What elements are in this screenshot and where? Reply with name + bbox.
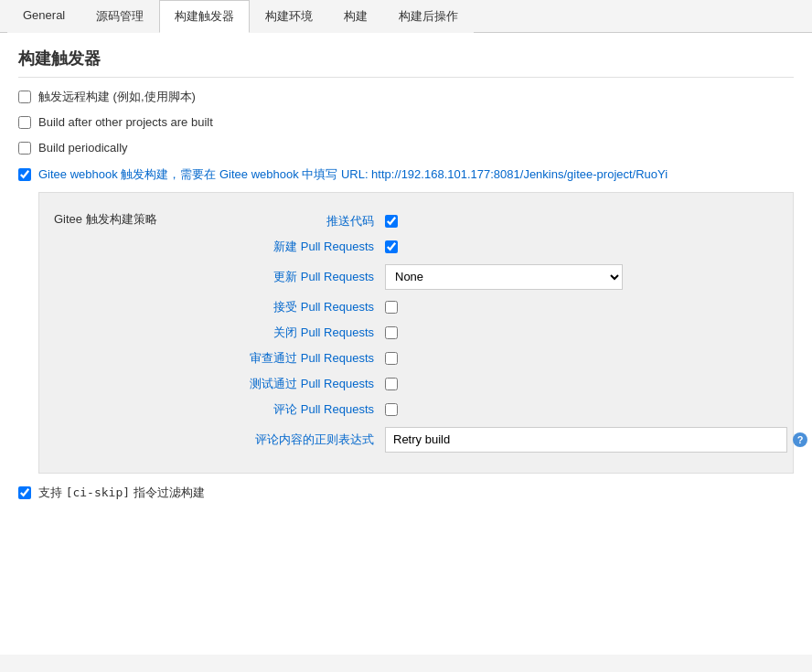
comment-regex-row: 评论内容的正则表达式 ? (191, 427, 807, 453)
accept-pr-row: 接受 Pull Requests (191, 299, 807, 315)
ci-skip-row: 支持 [ci-skip] 指令过滤构建 (18, 485, 794, 501)
after-other-checkbox[interactable] (18, 116, 31, 129)
periodically-row: Build periodically (18, 140, 794, 156)
push-code-label: 推送代码 (191, 213, 374, 229)
comment-pr-checkbox[interactable] (385, 403, 398, 416)
update-pr-label: 更新 Pull Requests (191, 269, 374, 285)
periodically-label[interactable]: Build periodically (38, 140, 128, 156)
gitee-webhook-checkbox[interactable] (18, 168, 31, 181)
tab-trigger[interactable]: 构建触发器 (159, 0, 250, 33)
close-pr-row: 关闭 Pull Requests (191, 325, 807, 341)
tab-bar: General 源码管理 构建触发器 构建环境 构建 构建后操作 (0, 0, 812, 33)
new-pr-row: 新建 Pull Requests (191, 239, 807, 255)
ci-skip-code: [ci-skip] (66, 485, 130, 499)
review-pr-row: 审查通过 Pull Requests (191, 350, 807, 367)
update-pr-row: 更新 Pull Requests None Always Not merged … (191, 264, 807, 290)
after-other-row: Build after other projects are built (18, 114, 794, 131)
after-other-label[interactable]: Build after other projects are built (38, 114, 213, 131)
tab-source[interactable]: 源码管理 (80, 0, 159, 33)
comment-regex-control: ? (385, 427, 807, 453)
test-pr-row: 测试通过 Pull Requests (191, 376, 807, 392)
test-pr-control (385, 378, 398, 390)
push-code-checkbox[interactable] (385, 215, 398, 228)
new-pr-control (385, 240, 398, 253)
remote-build-label[interactable]: 触发远程构建 (例如,使用脚本) (38, 89, 196, 105)
remote-build-row: 触发远程构建 (例如,使用脚本) (18, 89, 794, 105)
update-pr-control: None Always Not merged Merged (385, 264, 623, 290)
comment-pr-control (385, 403, 398, 416)
comment-regex-input[interactable] (385, 427, 787, 453)
ci-skip-label[interactable]: 支持 [ci-skip] 指令过滤构建 (38, 485, 205, 501)
page-title: 构建触发器 (18, 48, 794, 78)
test-pr-checkbox[interactable] (385, 378, 398, 390)
test-pr-label: 测试通过 Pull Requests (191, 376, 374, 392)
periodically-checkbox[interactable] (18, 142, 31, 155)
new-pr-label: 新建 Pull Requests (191, 239, 374, 255)
tab-env[interactable]: 构建环境 (250, 0, 328, 33)
push-code-row: 推送代码 (191, 213, 807, 229)
close-pr-label: 关闭 Pull Requests (191, 325, 374, 341)
comment-regex-label: 评论内容的正则表达式 (191, 432, 374, 448)
remote-build-checkbox[interactable] (18, 91, 31, 103)
comment-pr-row: 评论 Pull Requests (191, 401, 807, 418)
close-pr-checkbox[interactable] (385, 326, 398, 339)
ci-skip-label-text: 支持 [ci-skip] 指令过滤构建 (38, 485, 205, 499)
tab-general[interactable]: General (7, 0, 80, 33)
tab-post[interactable]: 构建后操作 (383, 0, 474, 33)
update-pr-select[interactable]: None Always Not merged Merged (385, 264, 623, 290)
accept-pr-label: 接受 Pull Requests (191, 299, 374, 315)
tab-build[interactable]: 构建 (328, 0, 383, 33)
accept-pr-checkbox[interactable] (385, 301, 398, 314)
close-pr-control (385, 326, 398, 339)
trigger-section: 触发远程构建 (例如,使用脚本) Build after other proje… (18, 89, 794, 501)
accept-pr-control (385, 301, 398, 314)
push-code-control (385, 215, 398, 228)
review-pr-label: 审查通过 Pull Requests (191, 350, 374, 367)
help-icon[interactable]: ? (793, 432, 807, 447)
gitee-policy-controls: 推送代码 新建 Pull Requests 更新 P (191, 204, 807, 462)
gitee-policy-section-label: Gitee 触发构建策略 (54, 204, 173, 228)
gitee-policy-box: Gitee 触发构建策略 推送代码 新建 Pull Requests (38, 192, 794, 474)
new-pr-checkbox[interactable] (385, 240, 398, 253)
main-content: 构建触发器 触发远程构建 (例如,使用脚本) Build after other… (0, 33, 812, 655)
gitee-webhook-row: Gitee webhook 触发构建，需要在 Gitee webhook 中填写… (18, 166, 794, 183)
review-pr-control (385, 352, 398, 365)
review-pr-checkbox[interactable] (385, 352, 398, 365)
comment-pr-label: 评论 Pull Requests (191, 401, 374, 418)
gitee-webhook-label[interactable]: Gitee webhook 触发构建，需要在 Gitee webhook 中填写… (38, 166, 668, 183)
ci-skip-checkbox[interactable] (18, 486, 31, 499)
